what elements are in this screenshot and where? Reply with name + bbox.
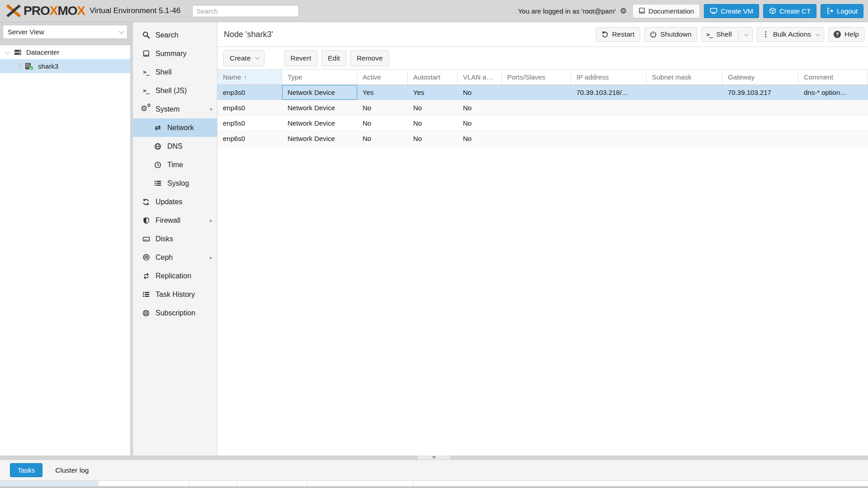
bottom-splitter[interactable] <box>0 455 868 460</box>
node-sidebar-menu: Search Summary >_ Shell >_ Shell (JS) ⚙⚙… <box>133 22 217 455</box>
proxmox-logo[interactable]: PROXMOX <box>5 3 85 19</box>
network-icon: ⇄ <box>153 124 163 131</box>
revert-button[interactable]: Revert <box>284 50 318 66</box>
refresh-icon <box>141 198 151 206</box>
column-header-ip-address[interactable]: IP address <box>571 70 646 84</box>
terminal-icon: >_ <box>141 87 151 94</box>
chevron-right-icon: ▸ <box>210 217 212 224</box>
sidebar-item-subscription[interactable]: Subscription <box>133 304 217 322</box>
replication-icon <box>141 272 151 280</box>
focused-cell[interactable]: Network Device <box>282 85 357 100</box>
chevron-down-icon <box>432 456 436 459</box>
ceph-icon <box>141 253 151 261</box>
search-icon <box>141 31 151 39</box>
node-header-bar: Node 'shark3' Restart Shutdown <box>217 22 868 47</box>
logged-in-text: You are logged in as 'root@pam' <box>518 7 616 15</box>
view-mode-selector[interactable]: Server View <box>3 25 127 39</box>
resource-tree: Datacenter shark3 <box>0 45 130 455</box>
table-row[interactable]: enp5s0 Network Device No No No <box>217 116 868 131</box>
tree-item-shark3[interactable]: shark3 <box>0 59 130 73</box>
sidebar-item-syslog[interactable]: Syslog <box>133 174 217 192</box>
sidebar-item-time[interactable]: Time <box>133 155 217 174</box>
restart-button[interactable]: Restart <box>596 27 640 42</box>
chevron-down-icon <box>119 28 124 33</box>
sidebar-item-shell-js[interactable]: >_ Shell (JS) <box>133 81 217 100</box>
sidebar-item-network[interactable]: ⇄ Network <box>133 118 217 137</box>
column-header-autostart[interactable]: Autostart <box>408 70 458 84</box>
version-subtitle: Virtual Environment 5.1-46 <box>90 6 180 15</box>
sort-ascending-icon: ↑ <box>244 74 247 81</box>
help-button[interactable]: ? Help <box>828 27 864 42</box>
sidebar-item-ceph[interactable]: Ceph ▸ <box>133 248 217 267</box>
node-icon <box>25 62 34 70</box>
sidebar-item-search[interactable]: Search <box>133 26 217 44</box>
sidebar-item-task-history[interactable]: Task History <box>133 285 217 304</box>
table-row[interactable]: enp3s0 Network Device Yes Yes No 70.39.1… <box>217 85 868 100</box>
expander-open-icon[interactable] <box>5 49 10 55</box>
shield-icon <box>141 217 151 224</box>
logout-button[interactable]: Logout <box>821 4 863 18</box>
table-header-row: Name ↑ Type Active Autostart VLAN a… Por… <box>217 69 868 85</box>
create-vm-button[interactable]: Create VM <box>704 4 759 18</box>
column-header-type[interactable]: Type <box>282 70 357 84</box>
kebab-icon: ⋮ <box>762 31 769 38</box>
status-bar: Tasks Cluster log <box>0 460 868 480</box>
create-button[interactable]: Create <box>223 50 264 66</box>
proxmox-x-mark-icon <box>5 3 22 19</box>
column-header-active[interactable]: Active <box>357 70 408 84</box>
remove-button[interactable]: Remove <box>350 50 389 66</box>
sidebar-item-system[interactable]: ⚙⚙ System ▾ <box>133 100 217 118</box>
terminal-icon: >_ <box>141 69 151 75</box>
sidebar-item-shell[interactable]: >_ Shell <box>133 63 217 81</box>
sidebar-item-summary[interactable]: Summary <box>133 44 217 63</box>
button-divider <box>738 30 739 39</box>
chevron-down-icon[interactable] <box>744 32 749 36</box>
expander-closed-icon[interactable] <box>15 63 21 69</box>
logout-icon <box>826 7 834 14</box>
network-table: Name ↑ Type Active Autostart VLAN a… Por… <box>217 69 868 146</box>
sidebar-item-replication[interactable]: Replication <box>133 267 217 285</box>
tree-item-datacenter[interactable]: Datacenter <box>0 45 130 59</box>
chevron-down-icon <box>816 32 820 36</box>
sidebar-item-firewall[interactable]: Firewall ▸ <box>133 211 217 230</box>
content-panel: Node 'shark3' Restart Shutdown <box>217 22 868 455</box>
documentation-button[interactable]: Documentation <box>632 4 700 18</box>
shutdown-button[interactable]: Shutdown <box>644 27 697 42</box>
help-icon: ? <box>834 31 841 38</box>
collapse-handle[interactable] <box>418 455 450 460</box>
sidebar-item-dns[interactable]: DNS <box>133 137 217 155</box>
user-settings-gear-icon[interactable]: ⚙ <box>620 6 627 16</box>
monitor-icon <box>710 7 717 14</box>
column-header-comment[interactable]: Comment <box>798 70 868 84</box>
table-row[interactable]: enp4s0 Network Device No No No <box>217 100 868 116</box>
tasks-tab-button[interactable]: Tasks <box>10 463 42 477</box>
power-icon <box>650 31 657 38</box>
column-header-name[interactable]: Name ↑ <box>217 70 282 84</box>
gears-icon: ⚙⚙ <box>141 105 151 113</box>
global-search-input[interactable] <box>192 5 299 17</box>
edit-button[interactable]: Edit <box>321 50 346 66</box>
lifering-icon <box>141 310 151 317</box>
server-icon <box>14 49 22 56</box>
chevron-down-icon: ▾ <box>210 106 212 113</box>
column-header-subnet-mask[interactable]: Subnet mask <box>646 70 722 84</box>
table-row[interactable]: enp6s0 Network Device No No No <box>217 131 868 146</box>
sidebar-item-disks[interactable]: Disks <box>133 230 217 248</box>
sidebar-item-updates[interactable]: Updates <box>133 192 217 211</box>
shell-button[interactable]: >_ Shell <box>701 27 753 42</box>
column-header-gateway[interactable]: Gateway <box>722 70 798 84</box>
bottom-edge <box>0 486 868 488</box>
disk-icon <box>141 235 151 243</box>
chevron-down-icon <box>255 55 259 60</box>
resource-tree-panel: Server View Datacenter <box>0 22 130 455</box>
cluster-log-tab[interactable]: Cluster log <box>55 466 89 474</box>
cube-icon <box>769 7 776 14</box>
list-icon <box>141 291 151 298</box>
globe-icon <box>153 143 163 150</box>
column-header-vlan[interactable]: VLAN a… <box>458 70 502 84</box>
top-header-bar: PROXMOX Virtual Environment 5.1-46 You a… <box>0 0 868 22</box>
create-ct-button[interactable]: Create CT <box>763 4 816 18</box>
proxmox-wordmark: PROXMOX <box>24 5 85 17</box>
column-header-ports-slaves[interactable]: Ports/Slaves <box>502 70 571 84</box>
bulk-actions-button[interactable]: ⋮ Bulk Actions <box>757 27 824 42</box>
